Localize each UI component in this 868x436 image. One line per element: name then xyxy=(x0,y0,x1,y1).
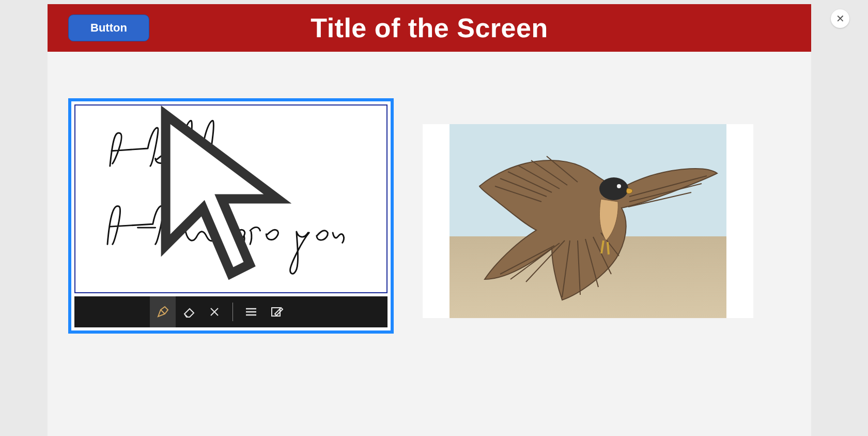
toolbar-divider xyxy=(233,303,233,321)
clear-icon xyxy=(208,306,221,318)
svg-point-1 xyxy=(599,177,628,200)
app-window: Button Title of the Screen xyxy=(48,4,811,436)
eraser-tool[interactable] xyxy=(176,296,202,327)
falcon-image xyxy=(450,124,726,318)
image-panel xyxy=(423,124,753,318)
clear-tool[interactable] xyxy=(202,296,227,327)
eraser-icon xyxy=(181,305,196,319)
header-button[interactable]: Button xyxy=(68,14,149,41)
lines-icon xyxy=(244,305,258,319)
signature-pad xyxy=(68,98,394,334)
svg-point-2 xyxy=(617,184,621,188)
pen-tool[interactable] xyxy=(150,296,176,327)
close-button[interactable]: ✕ xyxy=(831,9,849,28)
write-icon xyxy=(270,305,284,319)
page-title: Title of the Screen xyxy=(48,12,811,43)
write-tool[interactable] xyxy=(264,296,290,327)
close-icon: ✕ xyxy=(836,12,845,25)
pen-icon xyxy=(156,305,170,319)
header-bar: Button Title of the Screen xyxy=(48,4,811,52)
handwriting-svg xyxy=(75,106,386,292)
image-left-padding xyxy=(423,124,450,318)
content-area xyxy=(48,52,811,354)
image-right-padding xyxy=(726,124,753,318)
signature-toolbar xyxy=(74,296,388,327)
lines-tool[interactable] xyxy=(238,296,264,327)
signature-canvas[interactable] xyxy=(74,104,388,293)
